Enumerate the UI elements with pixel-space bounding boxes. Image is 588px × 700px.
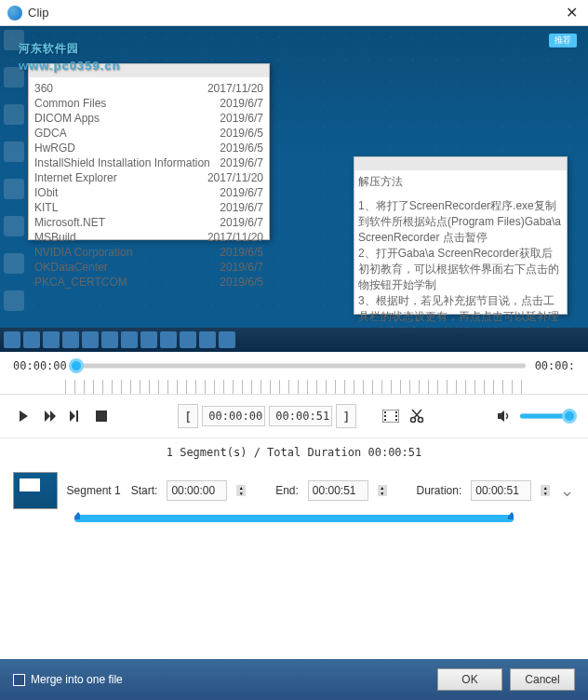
titlebar: Clip ✕ (0, 0, 588, 26)
ok-button[interactable]: OK (437, 668, 502, 691)
segment-end-value: 00:00:51 (313, 484, 356, 497)
duration-label: Duration: (417, 484, 462, 497)
end-label: End: (275, 484, 299, 497)
segment-thumbnail[interactable] (13, 472, 58, 509)
set-start-bracket[interactable]: [ (178, 404, 198, 428)
volume-icon[interactable] (494, 406, 514, 426)
segment-right-handle[interactable] (508, 512, 514, 519)
svg-rect-4 (384, 415, 386, 417)
svg-rect-8 (395, 419, 397, 421)
segment-duration-field[interactable]: 00:00:51 (471, 480, 531, 501)
footer: Merge into one file OK Cancel (0, 659, 588, 700)
timeline-end-label: 00:00: (535, 359, 575, 372)
start-label: Start: (131, 484, 158, 497)
segment-left-handle[interactable] (74, 512, 80, 519)
controls-bar: [ 00:00:00 00:00:51 ] (0, 395, 588, 438)
playback-slider[interactable] (76, 359, 526, 372)
merge-checkbox-row[interactable]: Merge into one file (13, 673, 123, 686)
set-end-bracket[interactable]: ] (336, 404, 356, 428)
video-preview: 河东软件园 www.pc0359.cn 推荐 3602017/11/20 Com… (0, 26, 588, 352)
dur-spin-down[interactable]: ▼ (541, 491, 550, 496)
segment-start-value: 00:00:00 (171, 484, 215, 497)
watermark: 河东软件园 www.pc0359.cn (19, 35, 120, 73)
svg-rect-7 (395, 415, 397, 417)
film-icon[interactable] (381, 406, 401, 426)
segment-summary: 1 Segment(s) / Total Duration 00:00:51 (0, 438, 588, 466)
segment-end-field[interactable]: 00:00:51 (308, 480, 368, 501)
chevron-down-icon[interactable]: ⌄ (559, 480, 575, 501)
merge-checkbox[interactable] (13, 674, 25, 686)
segment-duration-value: 00:00:51 (475, 484, 519, 497)
stop-button[interactable] (91, 406, 112, 426)
watermark-url: www.pc0359.cn (19, 59, 120, 73)
app-icon (7, 6, 22, 20)
svg-rect-3 (384, 411, 386, 413)
next-frame-button[interactable] (39, 406, 60, 426)
clip-end-time[interactable]: 00:00:51 (269, 406, 332, 426)
segment-timeline[interactable] (0, 515, 588, 528)
close-icon[interactable]: ✕ (562, 4, 581, 22)
segment-start-field[interactable]: 00:00:00 (167, 480, 227, 501)
step-end-button[interactable] (65, 406, 86, 426)
window-title: Clip (28, 6, 48, 20)
merge-label: Merge into one file (31, 673, 123, 686)
mock-explorer-window: 3602017/11/20 Common Files2019/6/7 DICOM… (28, 63, 270, 240)
cut-icon[interactable] (407, 406, 427, 426)
svg-rect-6 (395, 411, 397, 413)
start-spin-down[interactable]: ▼ (236, 491, 246, 496)
svg-rect-5 (384, 419, 386, 421)
clip-range-group: [ 00:00:00 00:00:51 ] (178, 404, 356, 428)
svg-rect-0 (76, 411, 78, 422)
watermark-name: 河东软件园 (19, 42, 79, 55)
segment-row: Segment 1 Start: 00:00:00 ▲▼ End: 00:00:… (0, 466, 588, 515)
timeline-start-label: 00:00:00 (13, 359, 67, 372)
mock-editor-window: 解压方法 1、将打了ScreenRecorder程序.exe复制到软件所根据站点… (354, 156, 568, 315)
playback-timeline: 00:00:00 00:00: (0, 352, 588, 380)
play-button[interactable] (13, 406, 33, 426)
svg-rect-1 (96, 411, 107, 422)
mock-taskbar (0, 328, 588, 352)
segment-name: Segment 1 (67, 484, 122, 497)
cancel-button[interactable]: Cancel (510, 668, 575, 691)
clip-start-time[interactable]: 00:00:00 (202, 406, 265, 426)
volume-slider[interactable] (520, 410, 575, 423)
time-scale (0, 380, 588, 395)
end-spin-down[interactable]: ▼ (378, 491, 387, 496)
